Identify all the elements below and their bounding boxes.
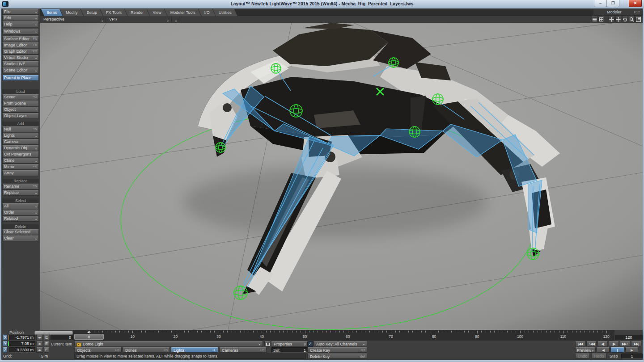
undo-button[interactable]: Undo xyxy=(575,354,590,359)
sidebar-item-scene[interactable]: Scene^O xyxy=(2,94,39,100)
sidebar-item-mirror[interactable]: Mirror+V xyxy=(2,164,39,170)
position-z-field[interactable]: 9.2303 m xyxy=(9,347,35,353)
item-type-lights[interactable]: Lights+L xyxy=(171,347,218,353)
y-nudge-button[interactable]: ◀▶ xyxy=(36,341,43,346)
view-mode-dropdown[interactable]: Perspective ▼ xyxy=(41,17,106,22)
z-envelope-button[interactable]: E xyxy=(44,347,49,353)
item-type-bones[interactable]: Bones+B xyxy=(123,347,170,353)
create-key-button[interactable]: Create Key ret xyxy=(307,347,367,353)
sidebar-item-rename[interactable]: Rename*N xyxy=(2,184,39,189)
sidebar-item-all[interactable]: All▼ xyxy=(2,203,39,209)
go-to-start-button[interactable]: |◀◀ xyxy=(575,341,585,346)
sidebar-item-image-editor[interactable]: Image EditorF6 xyxy=(2,42,39,48)
menu-windows[interactable]: Windows▼ xyxy=(2,29,39,34)
tab-view[interactable]: View xyxy=(147,9,167,16)
tab-fx-tools[interactable]: FX Tools xyxy=(100,9,127,16)
position-y-field[interactable]: 7.05 m xyxy=(9,341,35,346)
sidebar-item-related[interactable]: Related▼ xyxy=(2,216,39,222)
menu-help[interactable]: Help▼ xyxy=(2,21,39,27)
ruler-tick xyxy=(223,331,224,333)
viewport-zoom-icon[interactable] xyxy=(629,17,635,22)
modeler-button[interactable]: Modeler F12 xyxy=(593,9,642,15)
preview-dropdown[interactable]: Preview ▼ xyxy=(575,347,596,353)
item-type-cameras[interactable]: Cameras+C xyxy=(219,347,267,353)
ruler-tick xyxy=(576,331,576,333)
menu-edit[interactable]: Edit▼ xyxy=(2,15,39,21)
current-item-dropdown[interactable]: Dome Light ▼ xyxy=(74,341,263,346)
playhead-handle[interactable]: 0 xyxy=(74,334,104,340)
sidebar-item-clone[interactable]: Clone▼ xyxy=(2,158,39,164)
next-frame-button[interactable]: ||▶ xyxy=(609,341,619,346)
sidebar-item-from-scene[interactable]: From Scene xyxy=(2,101,39,106)
sidebar-item-dynamic-obj[interactable]: Dynamic Obj▼ xyxy=(2,145,39,151)
viewport-3d[interactable] xyxy=(40,23,643,330)
play-forward-button[interactable]: ▶ xyxy=(625,347,638,353)
viewport-move-icon[interactable] xyxy=(609,17,614,22)
step-field[interactable]: 1 xyxy=(621,354,643,359)
sidebar-item-clear-selected[interactable]: Clear Selected- xyxy=(2,229,39,235)
viewport-layout-icon[interactable] xyxy=(598,17,604,22)
sidebar-item-array[interactable]: Array xyxy=(2,170,39,176)
tab-items[interactable]: Items xyxy=(41,9,63,16)
go-to-end-button[interactable]: ▶▶| xyxy=(631,341,641,346)
sidebar-item-studio-live[interactable]: Studio LIVE xyxy=(2,61,39,67)
sidebar-item-null[interactable]: Null^N xyxy=(2,126,39,132)
sidebar-item-object-layer[interactable]: Object Layer xyxy=(2,113,39,119)
viewport-rotate-icon[interactable] xyxy=(622,17,628,22)
tab-i-o[interactable]: I/O xyxy=(199,9,216,16)
x-nudge-button[interactable]: ◀▶ xyxy=(36,335,43,340)
z-nudge-button[interactable]: ◀▶ xyxy=(36,347,43,353)
redo-button[interactable]: Redo xyxy=(592,354,606,359)
item-list-icon-button[interactable] xyxy=(264,341,270,346)
item-type-objects[interactable]: Objects+O xyxy=(74,347,122,353)
sidebar-item-object[interactable]: Object+ xyxy=(2,107,39,113)
sidebar-item-clear[interactable]: Clear▼ xyxy=(2,236,39,241)
viewport-fit-icon[interactable] xyxy=(636,17,641,22)
ruler-label: 30 xyxy=(212,334,225,339)
sidebar-item-replace[interactable]: Replace▼ xyxy=(2,190,39,196)
delete-key-button[interactable]: Delete Key del xyxy=(307,354,367,359)
sidebar-item-cvt-powergons[interactable]: Cvt Powergons xyxy=(2,152,39,157)
play-reverse-button[interactable]: ◀ xyxy=(597,347,610,353)
viewport-menu-icon[interactable] xyxy=(592,17,597,22)
sidebar-item-camera[interactable]: Camera xyxy=(2,139,39,145)
sidebar-item-order[interactable]: Order▼ xyxy=(2,210,39,215)
sidebar-item-virtual-studio[interactable]: Virtual Studio▼ xyxy=(2,55,39,61)
range-end-field[interactable]: 120 xyxy=(615,335,643,340)
tab-modify[interactable]: Modify xyxy=(60,9,84,16)
render-options-dropdown[interactable]: ▼ xyxy=(172,17,179,22)
tab-utilities[interactable]: Utilities xyxy=(213,9,237,16)
axis-x-button[interactable]: X xyxy=(3,335,8,340)
axis-y-button[interactable]: Y xyxy=(3,341,8,346)
maximize-button[interactable]: ❐ xyxy=(606,0,619,7)
sidebar-item-graph-editor[interactable]: Graph Editor^F2 xyxy=(2,49,39,55)
next-key-button[interactable]: ▶▶+ xyxy=(620,341,630,346)
ruler-tick xyxy=(115,331,116,333)
previous-key-button[interactable]: +◀◀ xyxy=(586,341,597,346)
sidebar-item-surface-editor[interactable]: Surface EditorF5 xyxy=(2,36,39,42)
menu-file[interactable]: File▼ xyxy=(2,9,39,15)
axis-z-button[interactable]: Z xyxy=(3,347,8,353)
tab-render[interactable]: Render xyxy=(125,9,150,16)
minimize-button[interactable]: – xyxy=(594,0,607,7)
auto-key-checkbox[interactable]: ✓ xyxy=(307,341,313,347)
sidebar-item-scene-editor[interactable]: Scene Editor▼ xyxy=(2,67,39,73)
chevron-down-icon: ▼ xyxy=(35,217,37,222)
viewport-pan-icon[interactable] xyxy=(615,17,621,22)
timeline-scrollbar[interactable] xyxy=(34,331,73,335)
sidebar-item-lights[interactable]: Lights▼ xyxy=(2,133,39,139)
timeline-ruler[interactable]: 0 102030405060708090100110120 xyxy=(73,330,614,341)
auto-key-dropdown[interactable]: Auto Key: All Channels ▼ xyxy=(314,341,367,346)
ruler-tick xyxy=(456,331,456,333)
previous-frame-button[interactable]: ◀|| xyxy=(597,341,608,346)
pause-button[interactable]: || xyxy=(610,347,624,353)
close-button[interactable]: ✕ xyxy=(629,0,642,7)
sidebar-item-parent-in-place[interactable]: Parent in Place xyxy=(2,75,39,81)
tab-modeler-tools[interactable]: Modeler Tools xyxy=(165,9,201,16)
x-envelope-button[interactable]: E xyxy=(44,335,49,340)
tab-setup[interactable]: Setup xyxy=(81,9,103,16)
range-start-field[interactable]: 0 xyxy=(51,335,73,340)
render-mode-dropdown[interactable]: VPR ▼ xyxy=(106,17,172,22)
properties-button[interactable]: Properties p xyxy=(271,341,308,346)
position-x-field[interactable]: -1.7971 m xyxy=(9,335,35,340)
